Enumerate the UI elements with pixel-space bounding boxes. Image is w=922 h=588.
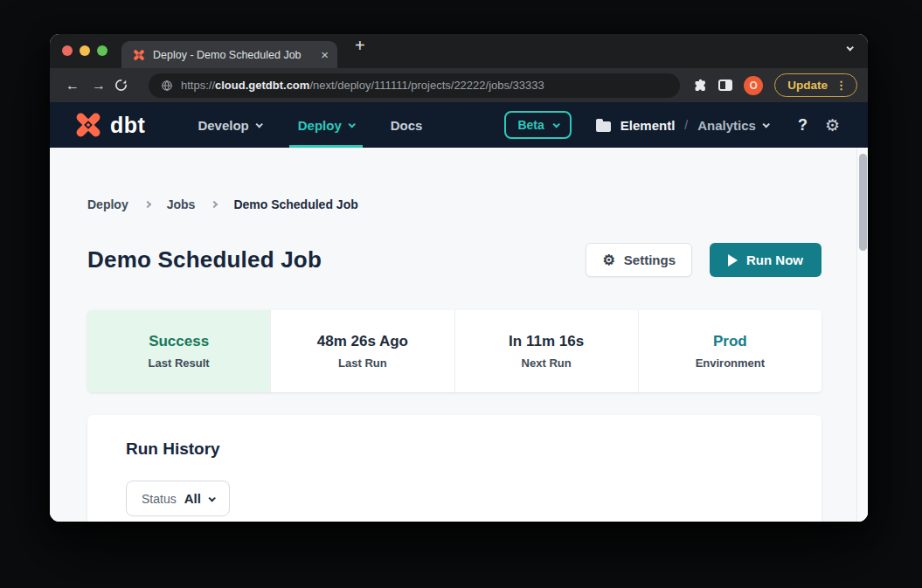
profile-avatar[interactable]: O [744, 76, 763, 95]
page-title: Demo Scheduled Job [87, 246, 322, 273]
scrollbar-track[interactable] [856, 148, 868, 522]
stat-label: Last Result [149, 356, 210, 370]
tab-title: Deploy - Demo Scheduled Job [153, 49, 314, 61]
tab-search-chevron-icon[interactable] [847, 38, 852, 54]
account-name: Elementl [620, 118, 676, 133]
chevron-down-icon [552, 121, 559, 128]
breadcrumb-jobs[interactable]: Jobs [167, 197, 196, 211]
window-controls [62, 45, 107, 56]
fullscreen-window-button[interactable] [97, 45, 107, 56]
breadcrumb-current: Demo Scheduled Job [233, 197, 357, 211]
update-label: Update [787, 79, 828, 92]
more-menu-dots-icon[interactable]: ⋮ [835, 79, 847, 92]
nav-item-deploy[interactable]: Deploy [298, 102, 354, 148]
stat-last-result: Success Last Result [87, 310, 270, 392]
run-now-button[interactable]: Run Now [710, 243, 821, 277]
job-stats-row: Success Last Result 48m 26s Ago Last Run… [87, 310, 821, 392]
folder-icon [596, 121, 611, 132]
stat-value: Prod [713, 333, 747, 350]
beta-badge-dropdown[interactable]: Beta [504, 111, 571, 139]
browser-tab[interactable]: Deploy - Demo Scheduled Job × [121, 41, 337, 68]
run-history-title: Run History [126, 439, 783, 459]
account-separator: / [684, 118, 688, 132]
address-bar[interactable]: https://cloud.getdbt.com/next/deploy/111… [149, 73, 680, 98]
chevron-right-icon [143, 201, 150, 208]
dbt-logo-icon [73, 110, 104, 140]
stat-label: Last Run [338, 356, 387, 370]
page-content: Deploy Jobs Demo Scheduled Job Demo Sche… [50, 148, 868, 522]
chevron-down-icon [255, 121, 262, 128]
chevron-down-icon [762, 121, 769, 128]
back-button[interactable]: ← [61, 78, 84, 93]
stat-last-run: 48m 26s Ago Last Run [270, 310, 454, 392]
nav-item-develop[interactable]: Develop [198, 102, 260, 148]
chevron-down-icon [208, 495, 215, 502]
settings-label: Settings [624, 252, 676, 267]
stat-environment: Prod Environment [638, 310, 821, 392]
dbt-navbar: dbt Develop Deploy Docs Beta Elementl / … [50, 102, 868, 148]
stat-label: Environment [696, 356, 765, 370]
browser-toolbar: ← → https://cloud.getdbt.com/next/deploy… [50, 68, 868, 102]
status-filter-value: All [184, 491, 201, 506]
stat-value: 48m 26s Ago [317, 333, 408, 350]
chevron-right-icon [211, 201, 218, 208]
play-icon [728, 254, 738, 266]
extensions-puzzle-icon[interactable] [692, 78, 707, 93]
nav-settings-gear-icon[interactable]: ⚙ [825, 117, 840, 134]
status-filter-label: Status [142, 492, 177, 506]
settings-button[interactable]: ⚙ Settings [586, 243, 692, 277]
status-filter-dropdown[interactable]: Status All [126, 481, 230, 516]
breadcrumb-deploy[interactable]: Deploy [87, 197, 128, 211]
project-name: Analytics [697, 118, 756, 133]
update-button[interactable]: Update ⋮ [774, 73, 857, 97]
new-tab-button[interactable]: + [355, 37, 365, 54]
stat-value: In 11m 16s [509, 333, 584, 350]
minimize-window-button[interactable] [80, 45, 90, 56]
stat-value: Success [149, 333, 209, 350]
nav-item-docs[interactable]: Docs [391, 102, 423, 148]
run-history-card: Run History Status All [87, 415, 821, 522]
gear-icon: ⚙ [602, 253, 614, 267]
browser-window: Deploy - Demo Scheduled Job × + ← → http… [50, 34, 868, 522]
dbt-favicon-icon [132, 48, 146, 62]
brand-name: dbt [110, 113, 145, 138]
close-window-button[interactable] [62, 45, 73, 56]
account-project-selector[interactable]: Elementl / Analytics [596, 118, 768, 133]
tab-strip: Deploy - Demo Scheduled Job × + [50, 34, 868, 68]
close-tab-icon[interactable]: × [321, 48, 329, 61]
chevron-down-icon [348, 121, 355, 128]
stat-next-run: In 11m 16s Next Run [454, 310, 638, 392]
help-button[interactable]: ? [798, 116, 808, 135]
scrollbar-thumb[interactable] [859, 154, 867, 251]
dbt-logo[interactable]: dbt [73, 110, 145, 140]
url-text: https://cloud.getdbt.com/next/deploy/111… [181, 79, 544, 92]
refresh-button[interactable] [114, 78, 136, 93]
forward-button[interactable]: → [87, 78, 110, 93]
breadcrumb: Deploy Jobs Demo Scheduled Job [87, 197, 821, 211]
stat-label: Next Run [522, 356, 572, 370]
run-now-label: Run Now [746, 252, 803, 267]
side-panel-icon[interactable] [718, 80, 732, 91]
site-info-globe-icon[interactable] [161, 80, 173, 92]
